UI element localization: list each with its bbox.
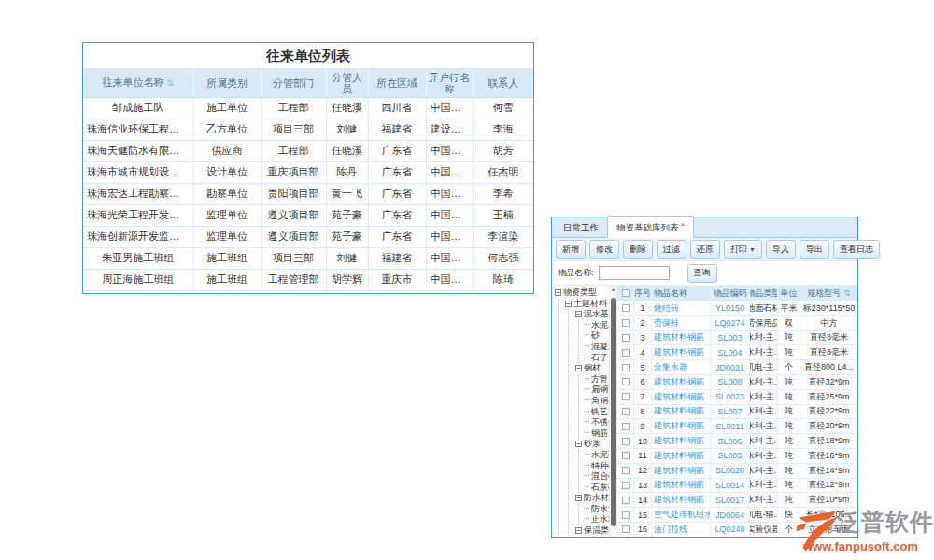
item-code-link[interactable]: JD0064 xyxy=(711,508,750,522)
row-checkbox[interactable] xyxy=(622,334,630,342)
manager-link[interactable]: 任晓溪 xyxy=(326,97,368,119)
row-checkbox[interactable] xyxy=(622,408,630,415)
tree-item[interactable]: 混凝土 xyxy=(586,342,609,353)
tree-item[interactable]: 石子 xyxy=(586,353,609,364)
manager-link[interactable]: 胡学辉 xyxy=(326,269,368,290)
item-name-link[interactable]: 建筑材料钢筋 xyxy=(652,375,711,389)
tree-item[interactable]: 特种砂浆 xyxy=(586,461,609,472)
row-checkbox[interactable] xyxy=(622,319,630,327)
unit-name-link[interactable]: 周正海施工班组 xyxy=(83,269,193,290)
tree-item[interactable]: 石灰砂浆 xyxy=(586,483,609,494)
collapse-icon[interactable]: − xyxy=(565,301,572,307)
item-code-link[interactable]: LQ0274 xyxy=(711,316,750,330)
item-code-link[interactable]: LQ0248 xyxy=(711,523,750,537)
item-code-link[interactable]: SL0011 xyxy=(711,419,750,433)
collapse-icon[interactable]: − xyxy=(575,365,582,371)
row-checkbox[interactable] xyxy=(622,423,630,430)
unit-name-link[interactable]: 珠海创新源开发监理公司 xyxy=(83,226,193,247)
tree-item[interactable]: −砂浆 xyxy=(575,439,609,450)
unit-name-link[interactable]: 珠海市城市规划设计院 xyxy=(83,161,193,183)
row-checkbox[interactable] xyxy=(622,304,630,312)
item-code-link[interactable]: SL007 xyxy=(711,405,750,419)
unit-name-link[interactable]: 邹成施工队 xyxy=(83,97,193,119)
row-checkbox[interactable] xyxy=(622,364,630,371)
tree-item[interactable]: −物资类型 xyxy=(555,287,609,299)
tree-item[interactable]: −保温类材料 xyxy=(575,525,609,537)
materials-column-header[interactable]: 单位 xyxy=(778,286,800,301)
collapse-icon[interactable]: − xyxy=(575,441,582,447)
contacts-column-header[interactable]: 分管部门 xyxy=(261,69,326,97)
item-name-link[interactable]: 空气处理机组水泵 xyxy=(652,508,711,522)
item-code-link[interactable]: SL0014 xyxy=(711,479,750,493)
unit-name-link[interactable]: 朱亚男施工班组 xyxy=(83,247,193,269)
query-button[interactable]: 查询 xyxy=(687,264,717,283)
row-checkbox[interactable] xyxy=(622,525,630,533)
unit-name-link[interactable]: 珠海光荣工程开发建立有限... xyxy=(83,204,193,226)
toolbar-button-8[interactable]: 导出 xyxy=(800,240,829,259)
tab-close-icon[interactable]: × xyxy=(681,220,686,229)
materials-column-header[interactable]: 规格型号⇅ xyxy=(800,286,857,301)
item-name-link[interactable]: 建筑材料钢筋 xyxy=(652,390,711,404)
materials-column-header[interactable]: 物品编码 xyxy=(711,286,750,301)
item-code-link[interactable]: SL005 xyxy=(711,449,750,463)
item-name-link[interactable]: 劳保鞋 xyxy=(652,316,711,330)
manager-link[interactable]: 陈丹 xyxy=(326,161,368,183)
tree-item[interactable]: 角钢 xyxy=(586,396,609,407)
scrollbar-thumb[interactable] xyxy=(611,298,616,526)
manager-link[interactable]: 任晓溪 xyxy=(326,140,368,161)
tab-materials-list[interactable]: 物资基础库列表× xyxy=(607,216,694,238)
item-name-link[interactable]: 烧结砖 xyxy=(652,301,711,315)
item-name-link[interactable]: 建筑材料钢筋 xyxy=(652,434,711,448)
tree-item[interactable]: −钢材 xyxy=(575,363,609,374)
materials-column-header[interactable]: 物品名称 xyxy=(652,286,711,301)
contacts-column-header[interactable]: 所在区域 xyxy=(368,69,426,97)
row-checkbox[interactable] xyxy=(622,482,630,489)
manager-link[interactable]: 刘健 xyxy=(326,247,368,269)
tree-item[interactable]: −泥水基材 xyxy=(575,309,609,320)
toolbar-button-2[interactable]: 修改 xyxy=(589,240,619,259)
toolbar-button-5[interactable]: 还原 xyxy=(690,240,720,259)
tree-item[interactable]: 铁艺门 xyxy=(586,407,609,418)
tree-item[interactable]: −土建材料 xyxy=(565,299,609,310)
collapse-icon[interactable]: − xyxy=(575,527,582,534)
tree-scrollbar[interactable]: ▲ xyxy=(610,286,617,537)
collapse-icon[interactable]: − xyxy=(575,495,582,501)
collapse-icon[interactable]: − xyxy=(555,289,561,296)
row-checkbox[interactable] xyxy=(622,378,630,385)
row-checkbox[interactable] xyxy=(622,438,630,445)
item-name-link[interactable]: 油门拉线 xyxy=(652,523,711,537)
select-all-checkbox[interactable] xyxy=(622,289,630,297)
contacts-column-header[interactable]: 往来单位名称⇅ xyxy=(83,69,193,97)
materials-column-header[interactable]: 序号 xyxy=(634,286,652,301)
contacts-column-header[interactable]: 分管人员 xyxy=(326,69,368,97)
item-code-link[interactable]: SL0020 xyxy=(711,464,750,478)
item-code-link[interactable]: SL006 xyxy=(711,434,750,448)
row-checkbox[interactable] xyxy=(622,497,630,504)
item-name-link[interactable]: 建筑材料钢筋 xyxy=(652,345,711,359)
item-name-input[interactable] xyxy=(599,266,670,280)
item-name-link[interactable]: 建筑材料钢筋 xyxy=(652,331,711,345)
row-checkbox[interactable] xyxy=(622,511,630,519)
toolbar-button-9[interactable]: 查看日志 xyxy=(833,240,880,259)
item-name-link[interactable]: 建筑材料钢筋 xyxy=(652,449,711,463)
row-checkbox[interactable] xyxy=(622,452,630,459)
unit-name-link[interactable]: 珠海天健防水有限公司 xyxy=(83,140,193,161)
tree-item[interactable]: −防水材料 xyxy=(575,493,609,504)
item-code-link[interactable]: SL0023 xyxy=(711,390,750,404)
row-checkbox[interactable] xyxy=(622,467,630,474)
scroll-up-icon[interactable]: ▲ xyxy=(610,286,616,294)
tree-item[interactable]: 防水涂料 xyxy=(586,504,609,515)
row-checkbox[interactable] xyxy=(622,349,630,357)
sort-icon[interactable]: ⇅ xyxy=(166,78,174,88)
item-name-link[interactable]: 建筑材料钢筋 xyxy=(652,464,711,478)
item-code-link[interactable]: SL003 xyxy=(711,331,750,345)
manager-link[interactable]: 苑子豪 xyxy=(326,226,368,247)
tree-item[interactable]: 钢筋 xyxy=(586,428,609,440)
tree-item[interactable]: 不锈钢管 xyxy=(586,417,609,428)
item-name-link[interactable]: 建筑材料钢筋 xyxy=(652,479,711,493)
item-name-link[interactable]: 建筑材料钢筋 xyxy=(652,493,711,507)
item-name-link[interactable]: 分集水器 xyxy=(652,360,711,374)
toolbar-button-1[interactable]: 新增 xyxy=(556,240,586,259)
tree-item[interactable]: 止水材料 xyxy=(586,514,609,525)
toolbar-button-7[interactable]: 导入 xyxy=(766,240,796,259)
